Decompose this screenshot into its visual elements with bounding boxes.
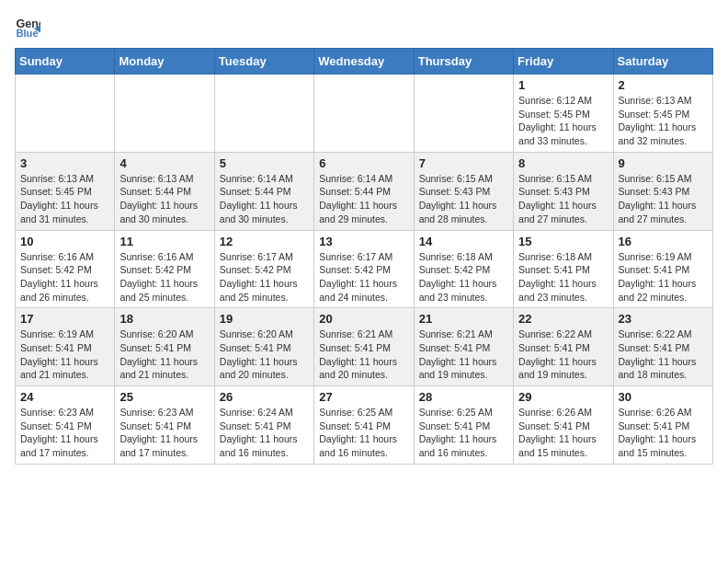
day-number: 19 — [220, 312, 309, 326]
logo: General Blue — [15, 15, 44, 40]
calendar-cell: 9Sunrise: 6:15 AM Sunset: 5:43 PM Daylig… — [613, 152, 712, 230]
day-info: Sunrise: 6:15 AM Sunset: 5:43 PM Dayligh… — [619, 172, 708, 226]
day-number: 13 — [319, 235, 408, 248]
day-info: Sunrise: 6:25 AM Sunset: 5:41 PM Dayligh… — [319, 406, 408, 460]
day-header-wednesday: Wednesday — [314, 49, 414, 75]
calendar-cell: 17Sunrise: 6:19 AM Sunset: 5:41 PM Dayli… — [16, 308, 115, 386]
day-number: 10 — [20, 235, 109, 248]
day-info: Sunrise: 6:26 AM Sunset: 5:41 PM Dayligh… — [518, 406, 608, 460]
week-row-4: 17Sunrise: 6:19 AM Sunset: 5:41 PM Dayli… — [16, 308, 713, 386]
day-info: Sunrise: 6:23 AM Sunset: 5:41 PM Dayligh… — [20, 406, 109, 460]
page-header: General Blue — [15, 15, 713, 40]
day-number: 27 — [319, 390, 408, 404]
day-info: Sunrise: 6:16 AM Sunset: 5:42 PM Dayligh… — [119, 250, 209, 304]
calendar-cell — [16, 75, 115, 153]
calendar-cell: 11Sunrise: 6:16 AM Sunset: 5:42 PM Dayli… — [115, 230, 214, 308]
day-info: Sunrise: 6:13 AM Sunset: 5:44 PM Dayligh… — [119, 172, 209, 226]
day-info: Sunrise: 6:14 AM Sunset: 5:44 PM Dayligh… — [319, 172, 408, 226]
calendar-cell: 6Sunrise: 6:14 AM Sunset: 5:44 PM Daylig… — [314, 152, 414, 230]
day-info: Sunrise: 6:16 AM Sunset: 5:42 PM Dayligh… — [20, 250, 109, 304]
week-row-3: 10Sunrise: 6:16 AM Sunset: 5:42 PM Dayli… — [16, 230, 713, 308]
day-info: Sunrise: 6:21 AM Sunset: 5:41 PM Dayligh… — [419, 327, 508, 382]
day-number: 7 — [419, 156, 508, 170]
calendar-header-row: SundayMondayTuesdayWednesdayThursdayFrid… — [16, 49, 713, 75]
calendar-cell: 27Sunrise: 6:25 AM Sunset: 5:41 PM Dayli… — [314, 386, 414, 465]
calendar-cell: 22Sunrise: 6:22 AM Sunset: 5:41 PM Dayli… — [514, 308, 613, 386]
day-number: 8 — [518, 156, 608, 170]
day-number: 26 — [220, 390, 309, 404]
day-number: 16 — [619, 235, 708, 248]
calendar-cell: 8Sunrise: 6:15 AM Sunset: 5:43 PM Daylig… — [514, 152, 613, 230]
calendar-cell: 28Sunrise: 6:25 AM Sunset: 5:41 PM Dayli… — [414, 386, 513, 465]
week-row-5: 24Sunrise: 6:23 AM Sunset: 5:41 PM Dayli… — [16, 386, 713, 465]
day-number: 4 — [119, 156, 209, 170]
day-info: Sunrise: 6:22 AM Sunset: 5:41 PM Dayligh… — [518, 327, 608, 382]
calendar-cell: 7Sunrise: 6:15 AM Sunset: 5:43 PM Daylig… — [414, 152, 513, 230]
calendar-cell — [414, 75, 513, 153]
day-info: Sunrise: 6:17 AM Sunset: 5:42 PM Dayligh… — [220, 250, 309, 304]
day-info: Sunrise: 6:15 AM Sunset: 5:43 PM Dayligh… — [518, 172, 608, 226]
day-number: 23 — [619, 312, 708, 326]
calendar-cell — [314, 75, 414, 153]
calendar-cell: 12Sunrise: 6:17 AM Sunset: 5:42 PM Dayli… — [214, 230, 313, 308]
day-info: Sunrise: 6:18 AM Sunset: 5:41 PM Dayligh… — [518, 250, 608, 304]
day-info: Sunrise: 6:18 AM Sunset: 5:42 PM Dayligh… — [419, 250, 508, 304]
day-header-thursday: Thursday — [414, 49, 513, 75]
day-number: 6 — [319, 156, 408, 170]
calendar-cell: 21Sunrise: 6:21 AM Sunset: 5:41 PM Dayli… — [414, 308, 513, 386]
day-info: Sunrise: 6:19 AM Sunset: 5:41 PM Dayligh… — [619, 250, 708, 304]
day-header-saturday: Saturday — [613, 49, 712, 75]
day-number: 21 — [419, 312, 508, 326]
day-number: 9 — [619, 156, 708, 170]
calendar-cell: 29Sunrise: 6:26 AM Sunset: 5:41 PM Dayli… — [514, 386, 613, 465]
week-row-2: 3Sunrise: 6:13 AM Sunset: 5:45 PM Daylig… — [16, 152, 713, 230]
calendar-cell: 24Sunrise: 6:23 AM Sunset: 5:41 PM Dayli… — [16, 386, 115, 465]
calendar-cell: 25Sunrise: 6:23 AM Sunset: 5:41 PM Dayli… — [115, 386, 214, 465]
day-header-sunday: Sunday — [16, 49, 115, 75]
day-number: 11 — [119, 235, 209, 248]
svg-text:Blue: Blue — [16, 28, 38, 39]
day-number: 30 — [619, 390, 708, 404]
day-number: 15 — [518, 235, 608, 248]
day-info: Sunrise: 6:20 AM Sunset: 5:41 PM Dayligh… — [119, 327, 209, 382]
day-number: 24 — [20, 390, 109, 404]
day-info: Sunrise: 6:13 AM Sunset: 5:45 PM Dayligh… — [619, 94, 708, 148]
day-number: 20 — [319, 312, 408, 326]
day-number: 5 — [220, 156, 309, 170]
logo-icon: General Blue — [15, 15, 40, 40]
calendar-cell: 10Sunrise: 6:16 AM Sunset: 5:42 PM Dayli… — [16, 230, 115, 308]
calendar-cell: 1Sunrise: 6:12 AM Sunset: 5:45 PM Daylig… — [514, 75, 613, 153]
day-number: 1 — [518, 78, 608, 92]
calendar-cell: 16Sunrise: 6:19 AM Sunset: 5:41 PM Dayli… — [613, 230, 712, 308]
day-info: Sunrise: 6:22 AM Sunset: 5:41 PM Dayligh… — [619, 327, 708, 382]
day-info: Sunrise: 6:19 AM Sunset: 5:41 PM Dayligh… — [20, 327, 109, 382]
day-header-monday: Monday — [115, 49, 214, 75]
day-number: 25 — [119, 390, 209, 404]
day-header-tuesday: Tuesday — [214, 49, 313, 75]
calendar-cell: 19Sunrise: 6:20 AM Sunset: 5:41 PM Dayli… — [214, 308, 313, 386]
day-info: Sunrise: 6:25 AM Sunset: 5:41 PM Dayligh… — [419, 406, 508, 460]
calendar-cell — [214, 75, 313, 153]
calendar-cell: 15Sunrise: 6:18 AM Sunset: 5:41 PM Dayli… — [514, 230, 613, 308]
day-number: 29 — [518, 390, 608, 404]
day-info: Sunrise: 6:26 AM Sunset: 5:41 PM Dayligh… — [619, 406, 708, 460]
day-number: 28 — [419, 390, 508, 404]
day-number: 14 — [419, 235, 508, 248]
day-header-friday: Friday — [514, 49, 613, 75]
day-number: 3 — [20, 156, 109, 170]
week-row-1: 1Sunrise: 6:12 AM Sunset: 5:45 PM Daylig… — [16, 75, 713, 153]
day-number: 22 — [518, 312, 608, 326]
calendar: SundayMondayTuesdayWednesdayThursdayFrid… — [15, 48, 713, 465]
calendar-cell: 4Sunrise: 6:13 AM Sunset: 5:44 PM Daylig… — [115, 152, 214, 230]
calendar-cell: 3Sunrise: 6:13 AM Sunset: 5:45 PM Daylig… — [16, 152, 115, 230]
calendar-cell: 18Sunrise: 6:20 AM Sunset: 5:41 PM Dayli… — [115, 308, 214, 386]
day-info: Sunrise: 6:12 AM Sunset: 5:45 PM Dayligh… — [518, 94, 608, 148]
calendar-cell: 2Sunrise: 6:13 AM Sunset: 5:45 PM Daylig… — [613, 75, 712, 153]
day-info: Sunrise: 6:23 AM Sunset: 5:41 PM Dayligh… — [119, 406, 209, 460]
calendar-cell: 20Sunrise: 6:21 AM Sunset: 5:41 PM Dayli… — [314, 308, 414, 386]
day-number: 12 — [220, 235, 309, 248]
calendar-cell: 5Sunrise: 6:14 AM Sunset: 5:44 PM Daylig… — [214, 152, 313, 230]
day-info: Sunrise: 6:17 AM Sunset: 5:42 PM Dayligh… — [319, 250, 408, 304]
day-info: Sunrise: 6:15 AM Sunset: 5:43 PM Dayligh… — [419, 172, 508, 226]
day-info: Sunrise: 6:14 AM Sunset: 5:44 PM Dayligh… — [220, 172, 309, 226]
